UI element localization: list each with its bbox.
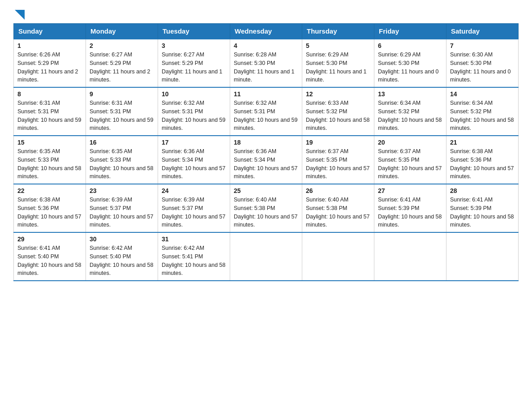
header-friday: Friday [374, 24, 446, 39]
day-info: Sunrise: 6:37 AMSunset: 5:35 PMDaylight:… [378, 147, 442, 181]
day-number: 16 [90, 139, 154, 146]
day-number: 11 [234, 90, 298, 98]
day-cell-16: 16Sunrise: 6:35 AMSunset: 5:33 PMDayligh… [86, 136, 158, 184]
day-cell-10: 10Sunrise: 6:32 AMSunset: 5:31 PMDayligh… [158, 87, 230, 136]
day-info: Sunrise: 6:36 AMSunset: 5:34 PMDaylight:… [162, 147, 226, 181]
day-number: 18 [234, 139, 298, 146]
day-info: Sunrise: 6:40 AMSunset: 5:38 PMDaylight:… [234, 196, 298, 229]
day-info: Sunrise: 6:38 AMSunset: 5:36 PMDaylight:… [17, 196, 82, 229]
day-number: 17 [162, 139, 226, 146]
day-info: Sunrise: 6:40 AMSunset: 5:38 PMDaylight:… [306, 196, 370, 229]
header-monday: Monday [86, 24, 158, 39]
day-info: Sunrise: 6:39 AMSunset: 5:37 PMDaylight:… [90, 196, 154, 229]
day-info: Sunrise: 6:30 AMSunset: 5:30 PMDaylight:… [450, 51, 515, 84]
empty-cell [302, 232, 374, 281]
day-info: Sunrise: 6:31 AMSunset: 5:31 PMDaylight:… [17, 99, 82, 133]
day-cell-9: 9Sunrise: 6:31 AMSunset: 5:31 PMDaylight… [86, 87, 158, 136]
day-info: Sunrise: 6:41 AMSunset: 5:39 PMDaylight:… [450, 196, 515, 229]
day-info: Sunrise: 6:27 AMSunset: 5:29 PMDaylight:… [90, 51, 154, 84]
day-cell-2: 2Sunrise: 6:27 AMSunset: 5:29 PMDaylight… [86, 39, 158, 87]
day-info: Sunrise: 6:35 AMSunset: 5:33 PMDaylight:… [17, 147, 82, 181]
day-cell-21: 21Sunrise: 6:38 AMSunset: 5:36 PMDayligh… [446, 136, 519, 184]
day-info: Sunrise: 6:35 AMSunset: 5:33 PMDaylight:… [90, 147, 154, 181]
calendar-table: SundayMondayTuesdayWednesdayThursdayFrid… [13, 23, 519, 281]
week-row-3: 15Sunrise: 6:35 AMSunset: 5:33 PMDayligh… [14, 136, 519, 184]
header-saturday: Saturday [446, 24, 519, 39]
day-info: Sunrise: 6:31 AMSunset: 5:31 PMDaylight:… [90, 99, 154, 133]
day-cell-7: 7Sunrise: 6:30 AMSunset: 5:30 PMDaylight… [446, 39, 519, 87]
day-number: 5 [306, 42, 370, 49]
day-cell-3: 3Sunrise: 6:27 AMSunset: 5:29 PMDaylight… [158, 39, 230, 87]
day-info: Sunrise: 6:32 AMSunset: 5:31 PMDaylight:… [162, 99, 226, 133]
week-row-1: 1Sunrise: 6:26 AMSunset: 5:29 PMDaylight… [14, 39, 519, 87]
week-row-2: 8Sunrise: 6:31 AMSunset: 5:31 PMDaylight… [14, 87, 519, 136]
day-number: 31 [162, 235, 226, 243]
week-row-5: 29Sunrise: 6:41 AMSunset: 5:40 PMDayligh… [14, 232, 519, 281]
day-cell-20: 20Sunrise: 6:37 AMSunset: 5:35 PMDayligh… [374, 136, 446, 184]
day-info: Sunrise: 6:26 AMSunset: 5:29 PMDaylight:… [17, 51, 82, 84]
day-number: 30 [90, 235, 154, 243]
day-info: Sunrise: 6:41 AMSunset: 5:40 PMDaylight:… [17, 244, 82, 278]
day-number: 15 [17, 139, 82, 146]
day-number: 27 [378, 187, 442, 194]
day-cell-30: 30Sunrise: 6:42 AMSunset: 5:40 PMDayligh… [86, 232, 158, 281]
day-cell-8: 8Sunrise: 6:31 AMSunset: 5:31 PMDaylight… [14, 87, 86, 136]
day-cell-15: 15Sunrise: 6:35 AMSunset: 5:33 PMDayligh… [14, 136, 86, 184]
day-info: Sunrise: 6:29 AMSunset: 5:30 PMDaylight:… [378, 51, 442, 84]
header-thursday: Thursday [302, 24, 374, 39]
day-info: Sunrise: 6:33 AMSunset: 5:32 PMDaylight:… [306, 99, 370, 133]
empty-cell [374, 232, 446, 281]
day-cell-1: 1Sunrise: 6:26 AMSunset: 5:29 PMDaylight… [14, 39, 86, 87]
day-number: 4 [234, 42, 298, 49]
week-row-4: 22Sunrise: 6:38 AMSunset: 5:36 PMDayligh… [14, 184, 519, 232]
day-cell-19: 19Sunrise: 6:37 AMSunset: 5:35 PMDayligh… [302, 136, 374, 184]
day-number: 9 [90, 90, 154, 98]
day-number: 21 [450, 139, 515, 146]
page-header [13, 9, 519, 19]
day-cell-14: 14Sunrise: 6:34 AMSunset: 5:32 PMDayligh… [446, 87, 519, 136]
day-info: Sunrise: 6:29 AMSunset: 5:30 PMDaylight:… [306, 51, 370, 84]
day-cell-24: 24Sunrise: 6:39 AMSunset: 5:37 PMDayligh… [158, 184, 230, 232]
day-cell-17: 17Sunrise: 6:36 AMSunset: 5:34 PMDayligh… [158, 136, 230, 184]
day-info: Sunrise: 6:32 AMSunset: 5:31 PMDaylight:… [234, 99, 298, 133]
day-cell-29: 29Sunrise: 6:41 AMSunset: 5:40 PMDayligh… [14, 232, 86, 281]
empty-cell [446, 232, 519, 281]
day-info: Sunrise: 6:42 AMSunset: 5:41 PMDaylight:… [162, 244, 226, 278]
day-number: 19 [306, 139, 370, 146]
day-cell-5: 5Sunrise: 6:29 AMSunset: 5:30 PMDaylight… [302, 39, 374, 87]
day-info: Sunrise: 6:34 AMSunset: 5:32 PMDaylight:… [450, 99, 515, 133]
day-number: 1 [17, 42, 82, 49]
day-cell-28: 28Sunrise: 6:41 AMSunset: 5:39 PMDayligh… [446, 184, 519, 232]
day-cell-31: 31Sunrise: 6:42 AMSunset: 5:41 PMDayligh… [158, 232, 230, 281]
day-number: 28 [450, 187, 515, 194]
day-cell-13: 13Sunrise: 6:34 AMSunset: 5:32 PMDayligh… [374, 87, 446, 136]
day-info: Sunrise: 6:39 AMSunset: 5:37 PMDaylight:… [162, 196, 226, 229]
day-info: Sunrise: 6:36 AMSunset: 5:34 PMDaylight:… [234, 147, 298, 181]
day-number: 23 [90, 187, 154, 194]
day-cell-6: 6Sunrise: 6:29 AMSunset: 5:30 PMDaylight… [374, 39, 446, 87]
day-number: 8 [17, 90, 82, 98]
day-number: 7 [450, 42, 515, 49]
day-cell-12: 12Sunrise: 6:33 AMSunset: 5:32 PMDayligh… [302, 87, 374, 136]
day-cell-11: 11Sunrise: 6:32 AMSunset: 5:31 PMDayligh… [230, 87, 302, 136]
logo-arrow-icon [15, 10, 25, 20]
day-number: 24 [162, 187, 226, 194]
day-number: 2 [90, 42, 154, 49]
day-info: Sunrise: 6:38 AMSunset: 5:36 PMDaylight:… [450, 147, 515, 181]
header-sunday: Sunday [14, 24, 86, 39]
day-number: 10 [162, 90, 226, 98]
empty-cell [230, 232, 302, 281]
day-number: 3 [162, 42, 226, 49]
logo [13, 9, 25, 19]
day-number: 20 [378, 139, 442, 146]
day-cell-23: 23Sunrise: 6:39 AMSunset: 5:37 PMDayligh… [86, 184, 158, 232]
day-number: 6 [378, 42, 442, 49]
day-info: Sunrise: 6:42 AMSunset: 5:40 PMDaylight:… [90, 244, 154, 278]
header-tuesday: Tuesday [158, 24, 230, 39]
day-number: 13 [378, 90, 442, 98]
day-info: Sunrise: 6:28 AMSunset: 5:30 PMDaylight:… [234, 51, 298, 84]
day-number: 25 [234, 187, 298, 194]
day-number: 22 [17, 187, 82, 194]
day-info: Sunrise: 6:34 AMSunset: 5:32 PMDaylight:… [378, 99, 442, 133]
day-cell-26: 26Sunrise: 6:40 AMSunset: 5:38 PMDayligh… [302, 184, 374, 232]
